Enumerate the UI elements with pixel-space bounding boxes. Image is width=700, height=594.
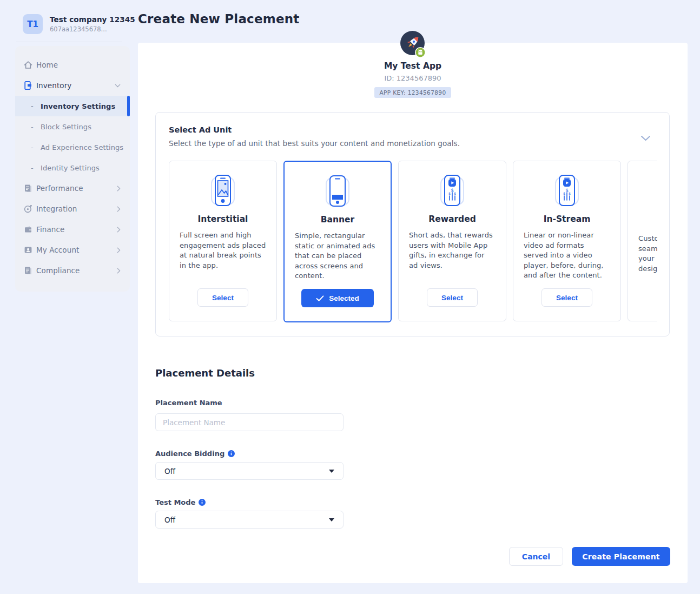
chevron-right-icon (117, 268, 121, 274)
ad-unit-title: Interstitial (169, 214, 276, 224)
placement-name-label: Placement Name (155, 399, 222, 407)
chevron-right-icon (117, 247, 121, 253)
home-icon (23, 60, 33, 70)
sidebar-item-label: Compliance (36, 266, 80, 275)
collapse-chevron-icon[interactable] (640, 133, 651, 143)
sidebar-item-label: Performance (36, 184, 83, 193)
select-ad-unit-subtitle: Select the type of ad unit that best sui… (169, 139, 460, 148)
ad-unit-description-line: Custo (638, 234, 657, 244)
inventory-icon (23, 81, 33, 90)
company-id: 607aa12345678... (50, 25, 135, 33)
sidebar-item-ad-experience-settings[interactable]: - Ad Experience Settings (15, 137, 130, 157)
sidebar-divider (16, 42, 122, 42)
ad-unit-description: Linear or non-linear video ad formats se… (524, 230, 610, 281)
select-ad-unit-title: Select Ad Unit (169, 126, 232, 134)
test-mode-value: Off (164, 516, 175, 524)
chevron-down-icon (115, 84, 121, 88)
android-platform-icon (415, 47, 426, 58)
sidebar-item-my-account[interactable]: My Account (15, 240, 130, 260)
audience-bidding-label: Audience Bidding (155, 450, 235, 458)
selected-button[interactable]: Selected (301, 289, 374, 307)
sidebar-item-label: Inventory (36, 81, 71, 90)
sidebar-item-compliance[interactable]: Compliance (15, 260, 130, 281)
placement-details-title: Placement Details (155, 367, 255, 379)
app-key-badge: APP KEY: 1234567890 (374, 87, 451, 98)
test-mode-label: Test Mode (155, 498, 206, 506)
sidebar-item-label: Integration (36, 204, 77, 213)
rewarded-phone-icon: $ $ $ (432, 173, 473, 208)
select-button[interactable]: Select (427, 288, 478, 307)
page-title: Create New Placement (138, 12, 299, 26)
dash-prefix: - (31, 102, 34, 110)
sidebar-item-integration[interactable]: Integration (15, 199, 130, 219)
placement-name-input[interactable] (155, 413, 344, 431)
cancel-button[interactable]: Cancel (509, 547, 563, 566)
chevron-right-icon (117, 227, 121, 233)
sidebar-item-block-settings[interactable]: - Block Settings (15, 116, 130, 137)
audience-bidding-label-text: Audience Bidding (155, 450, 224, 458)
sidebar-item-label: My Account (36, 246, 79, 254)
dropdown-caret-icon (329, 518, 334, 522)
sidebar-item-inventory-settings[interactable]: - Inventory Settings (15, 96, 130, 116)
ad-unit-description: Short ads, that rewards users with Mobil… (409, 230, 496, 270)
company-name: Test company 12345 (50, 15, 135, 24)
main-card: My Test App ID: 1234567890 APP KEY: 1234… (138, 43, 688, 583)
banner-phone-icon (317, 174, 358, 208)
info-icon[interactable] (228, 450, 235, 457)
in-stream-phone-icon: $ $ $ (546, 173, 587, 208)
select-button[interactable]: Select (197, 288, 248, 307)
create-placement-button[interactable]: Create Placement (572, 547, 670, 566)
sidebar-item-performance[interactable]: Performance (15, 178, 130, 199)
ad-unit-description: Full screen and high engagement ads plac… (180, 230, 266, 270)
target-icon (23, 204, 33, 214)
ad-unit-title: Banner (285, 215, 391, 225)
ad-unit-title: In-Stream (513, 214, 620, 224)
sidebar-item-identity-settings[interactable]: - Identity Settings (15, 157, 130, 178)
audience-bidding-select[interactable]: Off (155, 462, 344, 480)
dash-prefix: - (31, 123, 34, 131)
info-icon[interactable] (199, 499, 206, 506)
app-id: ID: 1234567890 (138, 74, 688, 82)
ad-unit-card-in-stream[interactable]: $ $ $ In-Stream Linear or non-linear vid… (513, 161, 621, 321)
sidebar-item-finance[interactable]: Finance (15, 219, 130, 240)
chevron-right-icon (117, 206, 121, 212)
sidebar-menu: Home Inventory - Inventory Settings - Bl… (15, 46, 130, 292)
wallet-icon (23, 225, 33, 234)
sidebar-item-label: Home (36, 61, 58, 69)
interstitial-phone-icon (202, 173, 243, 208)
svg-text:$: $ (454, 192, 456, 196)
dropdown-caret-icon (329, 470, 334, 473)
sidebar-item-home[interactable]: Home (15, 55, 130, 75)
ad-unit-description-line: your (638, 254, 657, 264)
ad-unit-title: Rewarded (399, 214, 506, 224)
sidebar-item-label: Block Settings (41, 123, 91, 131)
company-switcher[interactable]: T1 Test company 12345 607aa12345678... (23, 14, 135, 34)
sidebar-item-inventory[interactable]: Inventory (15, 75, 130, 96)
select-button[interactable]: Select (541, 288, 592, 307)
ad-unit-card-banner[interactable]: Banner Simple, rectangular static or ani… (283, 161, 392, 322)
ad-unit-cards-row: Interstitial Full screen and high engage… (169, 161, 657, 324)
ad-unit-description-line: desig (638, 264, 657, 274)
sidebar-item-label: Identity Settings (41, 164, 100, 172)
ad-unit-card-rewarded[interactable]: $ $ $ Rewarded Short ads, that rewards u… (398, 161, 506, 321)
test-mode-select[interactable]: Off (155, 511, 344, 529)
dash-prefix: - (31, 164, 34, 172)
check-icon (316, 295, 324, 301)
ad-unit-description: Simple, rectangular static or animated a… (295, 231, 380, 281)
svg-text:$: $ (569, 192, 571, 196)
sidebar-item-label: Inventory Settings (41, 102, 115, 110)
active-indicator-bar (127, 96, 130, 116)
test-mode-label-text: Test Mode (155, 498, 195, 506)
chevron-right-icon (117, 186, 121, 192)
report-icon (23, 183, 33, 193)
select-ad-unit-section: Select Ad Unit Select the type of ad uni… (155, 112, 670, 336)
person-badge-icon (23, 245, 33, 255)
ad-unit-card-clipped[interactable]: Custo seam your desig (628, 161, 657, 321)
company-avatar: T1 (23, 14, 43, 34)
selected-button-label: Selected (329, 294, 359, 302)
ad-unit-description-line: seam (638, 244, 657, 254)
sidebar-item-label: Finance (36, 225, 64, 234)
ad-unit-card-interstitial[interactable]: Interstitial Full screen and high engage… (169, 161, 277, 321)
document-icon (23, 266, 33, 275)
sidebar-item-label: Ad Experience Settings (41, 143, 123, 151)
